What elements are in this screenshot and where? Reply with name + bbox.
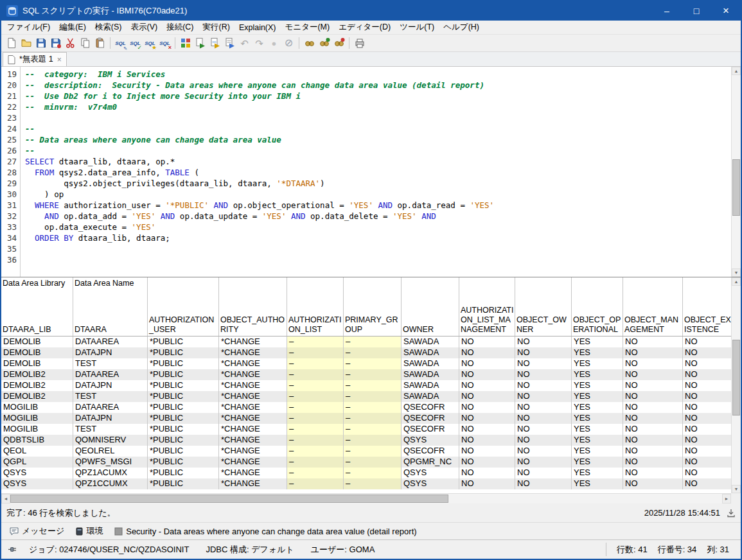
table-cell[interactable]: NO	[515, 369, 572, 380]
code-line[interactable]: -- description: Security - Data areas wh…	[25, 80, 731, 91]
table-cell[interactable]: MOGILIB	[1, 402, 73, 413]
table-cell[interactable]: *CHANGE	[219, 358, 287, 369]
table-cell[interactable]: NO	[459, 337, 515, 347]
table-cell[interactable]: *PUBLIC	[148, 337, 219, 347]
column-header-dtaara_lib[interactable]: Data Area LibraryDTAARA_LIB	[1, 277, 73, 336]
table-cell[interactable]: QSECOFR	[402, 402, 459, 413]
table-cell[interactable]: *PUBLIC	[148, 435, 219, 446]
table-cell[interactable]: NO	[459, 468, 515, 478]
table-cell[interactable]: TEST	[73, 358, 148, 369]
table-cell[interactable]: QSYS	[402, 468, 459, 478]
column-header-object_operational[interactable]: OBJECT_OPERATIONAL	[572, 277, 623, 336]
table-cell[interactable]: NO	[623, 413, 683, 424]
table-row[interactable]: MOGILIBDATAAREA*PUBLIC*CHANGE––QSECOFRNO…	[1, 402, 731, 413]
table-cell[interactable]: NO	[515, 478, 572, 489]
table-cell[interactable]: QEOL	[1, 446, 73, 457]
tab-result-set[interactable]: Security - Data areas where anyone can c…	[109, 523, 422, 539]
table-cell[interactable]: *PUBLIC	[148, 478, 219, 489]
table-cell[interactable]: MOGILIB	[1, 424, 73, 435]
menu-explain[interactable]: Explain(X)	[234, 21, 281, 34]
new-script-button[interactable]	[4, 36, 19, 51]
table-row[interactable]: MOGILIBDATAJPN*PUBLIC*CHANGE––QSECOFRNON…	[1, 413, 731, 424]
table-cell[interactable]: *CHANGE	[219, 380, 287, 391]
table-cell[interactable]: SAWADA	[402, 391, 459, 402]
table-cell[interactable]: YES	[572, 380, 623, 391]
code-line[interactable]: qsys2.object_privileges(dtaara_lib, dtaa…	[25, 178, 731, 189]
maximize-button[interactable]: □	[682, 1, 711, 21]
column-header-dtaara[interactable]: Data Area NameDTAARA	[73, 277, 148, 336]
table-cell[interactable]: DATAAREA	[73, 337, 148, 347]
table-cell[interactable]: DATAJPN	[73, 380, 148, 391]
table-cell[interactable]: NO	[623, 402, 683, 413]
table-cell[interactable]: NO	[459, 457, 515, 468]
table-row[interactable]: DEMOLIBTEST*PUBLIC*CHANGE––SAWADANONOYES…	[1, 358, 731, 369]
tab-close-icon[interactable]: ×	[57, 55, 62, 64]
scroll-down-icon[interactable]: ▼	[732, 268, 741, 277]
table-cell[interactable]: NO	[459, 446, 515, 457]
save-results-icon[interactable]	[727, 509, 736, 518]
results-scrollbar-thumb[interactable]	[732, 340, 740, 416]
table-cell[interactable]: YES	[572, 457, 623, 468]
menu-search[interactable]: 検索(S)	[91, 21, 127, 34]
table-cell[interactable]: YES	[572, 347, 623, 358]
table-cell[interactable]: NO	[515, 380, 572, 391]
run-all-button[interactable]	[193, 36, 208, 51]
table-cell[interactable]: DATAAREA	[73, 369, 148, 380]
table-cell[interactable]: NO	[623, 468, 683, 478]
table-cell[interactable]: *PUBLIC	[148, 391, 219, 402]
table-cell[interactable]: QSECOFR	[402, 413, 459, 424]
code-area[interactable]: -- category: IBM i Services-- descriptio…	[21, 67, 731, 277]
menu-editor[interactable]: エディター(D)	[334, 21, 395, 34]
table-cell[interactable]: *CHANGE	[219, 457, 287, 468]
table-cell[interactable]: NO	[683, 358, 731, 369]
table-cell[interactable]: *PUBLIC	[148, 424, 219, 435]
table-cell[interactable]: NO	[515, 391, 572, 402]
horizontal-scrollbar-thumb[interactable]	[10, 494, 448, 503]
table-cell[interactable]: NO	[515, 424, 572, 435]
table-cell[interactable]: NO	[683, 402, 731, 413]
table-cell[interactable]: –	[344, 369, 402, 380]
table-cell[interactable]: –	[287, 446, 344, 457]
code-line[interactable]: op.data_execute = 'YES'	[25, 222, 731, 232]
table-cell[interactable]: *CHANGE	[219, 435, 287, 446]
table-cell[interactable]: NO	[515, 435, 572, 446]
table-cell[interactable]: –	[287, 468, 344, 478]
table-cell[interactable]: QSECOFR	[402, 424, 459, 435]
table-cell[interactable]: YES	[572, 424, 623, 435]
table-cell[interactable]: NO	[623, 457, 683, 468]
table-cell[interactable]: SAWADA	[402, 347, 459, 358]
table-cell[interactable]: NO	[623, 446, 683, 457]
scroll-down-icon[interactable]: ▼	[732, 485, 741, 493]
table-cell[interactable]: QSYS	[1, 468, 73, 478]
column-header-owner[interactable]: OWNER	[402, 277, 459, 336]
table-cell[interactable]: –	[287, 413, 344, 424]
table-cell[interactable]: *PUBLIC	[148, 402, 219, 413]
table-cell[interactable]: DEMOLIB2	[1, 391, 73, 402]
table-row[interactable]: DEMOLIB2DATAJPN*PUBLIC*CHANGE––SAWADANON…	[1, 380, 731, 391]
table-cell[interactable]: SAWADA	[402, 369, 459, 380]
table-row[interactable]: QDBTSLIBQOMNISERV*PUBLIC*CHANGE––QSYSNON…	[1, 435, 731, 446]
menu-file[interactable]: ファイル(F)	[3, 21, 55, 34]
table-cell[interactable]: *CHANGE	[219, 478, 287, 489]
code-line[interactable]: AND op.data_add = 'YES' AND op.data_upda…	[25, 211, 731, 222]
run-from-cursor-button[interactable]	[222, 36, 237, 51]
table-cell[interactable]: NO	[515, 337, 572, 347]
column-header-object_management[interactable]: OBJECT_MANAGEMENT	[623, 277, 683, 336]
cut-button[interactable]	[63, 36, 78, 51]
table-cell[interactable]: NO	[459, 413, 515, 424]
table-cell[interactable]: DEMOLIB	[1, 347, 73, 358]
table-cell[interactable]: NO	[683, 446, 731, 457]
table-cell[interactable]: YES	[572, 468, 623, 478]
table-cell[interactable]: –	[344, 402, 402, 413]
table-cell[interactable]: NO	[623, 424, 683, 435]
table-cell[interactable]: –	[344, 380, 402, 391]
table-cell[interactable]: SAWADA	[402, 337, 459, 347]
table-row[interactable]: DEMOLIB2DATAAREA*PUBLIC*CHANGE––SAWADANO…	[1, 369, 731, 380]
copy-button[interactable]	[78, 36, 93, 51]
table-cell[interactable]: NO	[515, 457, 572, 468]
table-cell[interactable]: QSYS	[1, 478, 73, 489]
table-cell[interactable]: *PUBLIC	[148, 347, 219, 358]
table-cell[interactable]: NO	[683, 457, 731, 468]
table-cell[interactable]: DEMOLIB	[1, 337, 73, 347]
menu-monitor[interactable]: モニター(M)	[281, 21, 335, 34]
